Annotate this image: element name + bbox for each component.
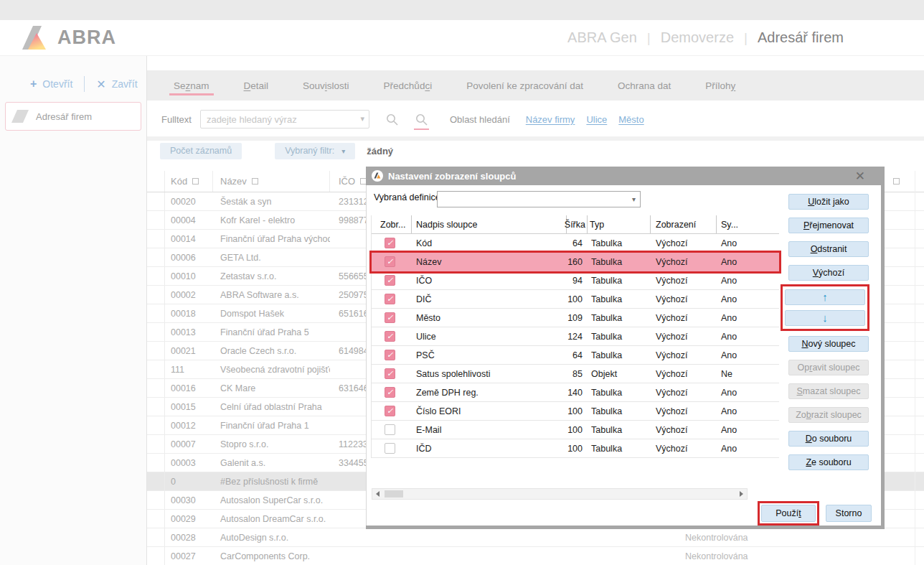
scope-link[interactable]: Město <box>618 114 644 125</box>
search-in-scope-icon[interactable] <box>415 113 428 126</box>
column-header-nadpis[interactable]: Nadpis sloupce <box>412 215 567 233</box>
fulltext-label: Fulltext <box>161 114 192 125</box>
row-selector-cell <box>147 435 165 453</box>
dialog-side-button[interactable]: Výchozí <box>788 265 869 281</box>
visible-checkbox[interactable] <box>385 256 395 267</box>
move-down-button[interactable]: ↓ <box>785 310 865 326</box>
dialog-side-button[interactable]: Uložit jako <box>788 194 869 210</box>
table-row[interactable]: 00028 AutoDesign s.r.o. Nekontrolována <box>147 528 924 547</box>
selector-column-header <box>147 171 165 192</box>
cell-name: Zetastav s.r.o. <box>213 267 330 285</box>
dialog-column-row[interactable]: Číslo EORI 100 Tabulka Výchozí Ano <box>372 402 779 421</box>
app-header: ABRA ABRA Gen | Demoverze | Adresář fire… <box>0 20 924 56</box>
dialog-column-row[interactable]: IČD 100 Tabulka Výchozí Ano <box>372 439 779 458</box>
dialog-column-row[interactable]: E-Mail 100 Tabulka Výchozí Ano <box>372 421 779 439</box>
sort-box-icon[interactable] <box>252 178 258 185</box>
visible-checkbox[interactable] <box>385 238 395 248</box>
visible-checkbox[interactable] <box>385 387 395 398</box>
cell-column-width: 85 <box>567 365 588 383</box>
scrollbar-track[interactable] <box>383 489 736 499</box>
cell-column-display: Výchozí <box>651 421 717 439</box>
column-header-sy[interactable]: Sy... <box>717 215 779 233</box>
dialog-side-button[interactable]: Opravit sloupec <box>788 360 869 375</box>
scrollbar-thumb[interactable] <box>385 490 403 498</box>
record-count-button[interactable]: Počet záznamů <box>160 143 242 159</box>
cell-column-sys: Ano <box>717 402 779 420</box>
column-header-fragment[interactable] <box>893 171 900 192</box>
scroll-left-icon[interactable] <box>372 489 383 499</box>
dialog-table-body: Kód 64 Tabulka Výchozí Ano Název 160 Tab… <box>372 234 779 458</box>
visible-checkbox[interactable] <box>385 406 395 416</box>
dialog-side-button[interactable]: Nový sloupec <box>788 336 869 352</box>
sort-box-icon[interactable] <box>893 178 900 185</box>
visible-checkbox[interactable] <box>385 294 395 304</box>
scope-link[interactable]: Název firmy <box>526 114 575 125</box>
row-selector-cell <box>147 472 165 490</box>
visible-checkbox[interactable] <box>385 275 395 286</box>
visible-checkbox[interactable] <box>385 443 395 454</box>
visible-checkbox[interactable] <box>385 331 395 342</box>
close-button[interactable]: ✕ Zavřít <box>96 78 137 91</box>
dialog-column-row[interactable]: PSČ 64 Tabulka Výchozí Ano <box>372 346 779 365</box>
scroll-right-icon[interactable] <box>736 489 747 499</box>
table-row[interactable]: 00027 CarComponents Corp. Nekontrolována <box>147 547 924 565</box>
dialog-titlebar[interactable]: Nastavení zobrazení sloupců ✕ <box>366 167 881 185</box>
visible-checkbox[interactable] <box>385 350 395 360</box>
tab[interactable]: Ochrana dat <box>616 73 672 99</box>
dialog-column-row[interactable]: DIČ 100 Tabulka Výchozí Ano <box>372 290 779 309</box>
scope-link[interactable]: Ulice <box>586 114 607 125</box>
dialog-side-button[interactable]: Do souboru <box>788 431 869 447</box>
column-header-sirka[interactable]: Šířka <box>567 215 588 233</box>
move-up-button[interactable]: ↑ <box>785 289 865 305</box>
dialog-side-button[interactable]: Odstranit <box>788 241 869 257</box>
column-header-typ[interactable]: Typ <box>588 215 651 233</box>
dialog-side-button[interactable]: Ze souboru <box>788 454 869 470</box>
search-input[interactable] <box>200 110 369 129</box>
column-separator <box>915 171 915 565</box>
dialog-column-row[interactable]: Satus spolehlivosti 85 Objekt Výchozí Ne <box>372 365 779 383</box>
open-button[interactable]: + Otevřít <box>30 78 72 90</box>
cell-name: Autosalon SuperCar s.r.o. <box>213 491 330 509</box>
search-dropdown-icon[interactable]: ▾ <box>360 114 364 123</box>
column-header-zobrazeni[interactable]: Zobrazení <box>651 215 717 233</box>
horizontal-scrollbar[interactable] <box>372 488 748 500</box>
tab[interactable]: Povolení ke zpracování dat <box>465 73 585 99</box>
definition-select[interactable]: ▾ <box>437 191 641 207</box>
cell-name: CarComponents Corp. <box>213 547 330 565</box>
apply-button[interactable]: Použít <box>761 505 816 522</box>
cell-column-sys: Ano <box>717 383 779 401</box>
dialog-column-row[interactable]: Město 109 Tabulka Výchozí Ano <box>372 309 779 327</box>
cell-name: Domspot Hašek <box>213 304 330 322</box>
scope-label: Oblast hledání <box>450 114 510 125</box>
visible-checkbox[interactable] <box>385 424 395 435</box>
visible-checkbox[interactable] <box>385 368 395 379</box>
tab-bar: Seznam Detail Souvislosti Předchůdci <box>147 70 924 101</box>
sort-box-icon[interactable] <box>192 178 199 185</box>
dialog-close-icon[interactable]: ✕ <box>855 169 865 184</box>
tab[interactable]: Seznam <box>172 73 211 99</box>
dialog-side-button[interactable]: Smazat sloupec <box>788 383 869 399</box>
row-selector-cell <box>147 192 165 210</box>
column-header-zobr[interactable]: Zobr... <box>372 215 412 233</box>
cell-column-name: Číslo EORI <box>412 402 567 420</box>
cancel-button[interactable]: Storno <box>826 505 872 522</box>
search-icon[interactable] <box>385 113 399 126</box>
sidebar-item-adresar-firem[interactable]: Adresář firem <box>5 102 141 131</box>
visible-checkbox[interactable] <box>385 312 395 323</box>
filter-select[interactable]: Vybraný filtr: ▾ <box>275 143 355 159</box>
dialog-column-row[interactable]: IČO 94 Tabulka Výchozí Ano <box>372 271 779 290</box>
tab[interactable]: Přílohy <box>704 73 737 99</box>
column-header-kod[interactable]: Kód <box>165 171 213 192</box>
dialog-side-button[interactable]: Zobrazit sloupec <box>788 407 869 423</box>
cell-column-width: 100 <box>567 290 588 308</box>
column-header-nazev[interactable]: Název <box>213 171 330 192</box>
dialog-column-row[interactable]: Ulice 124 Tabulka Výchozí Ano <box>372 327 779 346</box>
tab[interactable]: Souvislosti <box>301 73 351 99</box>
tab[interactable]: Předchůdci <box>382 73 434 99</box>
breadcrumb-module: Adresář firem <box>758 29 844 46</box>
tab[interactable]: Detail <box>242 73 270 99</box>
dialog-column-row[interactable]: Kód 64 Tabulka Výchozí Ano <box>372 234 779 253</box>
dialog-side-button[interactable]: Přejmenovat <box>788 218 869 233</box>
dialog-column-row[interactable]: Název 160 Tabulka Výchozí Ano <box>372 253 779 271</box>
dialog-column-row[interactable]: Země DPH reg. 140 Tabulka Výchozí Ano <box>372 383 779 402</box>
